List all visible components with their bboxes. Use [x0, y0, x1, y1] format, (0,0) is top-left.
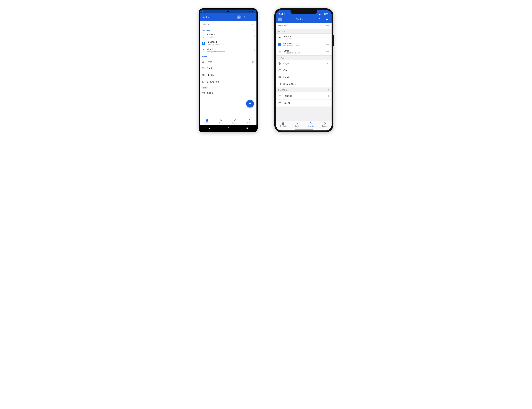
- vault-filter-row[interactable]: Vault: All •••: [276, 23, 332, 29]
- section-count: 4: [253, 56, 255, 58]
- add-item-fab[interactable]: [246, 100, 254, 108]
- home-indicator[interactable]: [295, 129, 313, 130]
- item-subtitle: hello@bitwarden.com: [284, 52, 324, 54]
- item-subtitle: john.smith: [207, 36, 252, 38]
- section-title: Types: [202, 56, 207, 58]
- search-button[interactable]: [242, 15, 248, 20]
- search-button[interactable]: [317, 17, 323, 22]
- globe-icon: [278, 62, 281, 65]
- section-title: Folders: [202, 87, 209, 89]
- svg-point-0: [228, 128, 229, 129]
- section-favorites-header: FAVORITES 3: [276, 29, 332, 34]
- notch: [291, 10, 317, 14]
- folder-name: Personal: [284, 95, 293, 97]
- home-softkey[interactable]: [227, 127, 229, 129]
- send-icon: [295, 122, 298, 125]
- lock-icon: [282, 122, 285, 125]
- vault-item-facebook[interactable]: f Facebook hello@bitwarden.com •••: [276, 41, 332, 48]
- facebook-icon: f: [202, 42, 205, 45]
- item-subtitle: john.smith: [284, 37, 324, 39]
- type-identity[interactable]: Identity 1: [200, 72, 256, 79]
- item-options-button[interactable]: [254, 42, 255, 44]
- item-name: Facebook: [283, 42, 324, 45]
- android-status-bar: 5:20: [200, 9, 256, 13]
- recents-softkey[interactable]: [246, 127, 248, 129]
- item-name: Gmail: [207, 48, 252, 51]
- filter-more-icon[interactable]: •••: [326, 25, 329, 27]
- vault-filter-label: Vault: All: [202, 23, 210, 26]
- nav-my-vault[interactable]: My Vault: [200, 117, 214, 125]
- type-name: Login: [207, 60, 212, 63]
- ios-device-frame: 7:18 5G E JD Vaults Vault: All: [275, 8, 333, 132]
- vault-item-amazon[interactable]: a Amazon john.smith: [200, 32, 256, 39]
- lock-icon: [206, 119, 209, 122]
- ios-screen: 7:18 5G E JD Vaults Vault: All: [276, 10, 332, 130]
- android-nav-bar: [200, 125, 256, 131]
- search-icon: [318, 18, 321, 21]
- nav-label: My Vault: [204, 122, 210, 124]
- svg-rect-4: [320, 14, 320, 15]
- folder-open-icon: [202, 91, 205, 94]
- section-types-header: TYPES 4: [276, 56, 332, 60]
- type-count: 1: [253, 81, 255, 83]
- nav-settings[interactable]: Settings: [242, 117, 256, 125]
- nav-bar: JD Vaults: [276, 16, 332, 23]
- item-name: Amazon: [207, 33, 252, 36]
- vault-item-gmail[interactable]: G Gmail hello@bitwarden.com •••: [276, 48, 332, 56]
- tab-settings[interactable]: Settings: [318, 121, 332, 128]
- item-options-button[interactable]: •••: [326, 43, 329, 46]
- vault-item-amazon[interactable]: a Amazon john.smith •••: [276, 34, 332, 41]
- back-softkey[interactable]: [208, 127, 211, 130]
- nav-generator[interactable]: Generator: [228, 117, 242, 125]
- vault-filter-label: Vault: All: [278, 25, 286, 27]
- gear-icon: [248, 119, 251, 122]
- section-folders-header: Folders 3: [200, 85, 256, 89]
- status-time: 7:18: [279, 13, 283, 15]
- section-folders-header: FOLDERS 3: [276, 88, 332, 92]
- item-options-button[interactable]: [254, 35, 255, 37]
- type-login[interactable]: Login 51: [276, 60, 332, 67]
- vault-filter-row[interactable]: Vault: All •••: [200, 21, 256, 28]
- signal-icon: [251, 11, 253, 12]
- android-screen: 5:20 Vaults JD Vault: All •••: [200, 9, 256, 131]
- type-identity[interactable]: Identity 1: [276, 74, 332, 81]
- tab-my-vault[interactable]: My Vault: [276, 121, 290, 128]
- section-types-header: Types 4: [200, 54, 256, 58]
- account-avatar[interactable]: JD: [278, 18, 282, 21]
- add-button[interactable]: [324, 17, 330, 22]
- nav-send[interactable]: Send: [214, 117, 228, 125]
- overflow-menu-button[interactable]: [249, 15, 255, 20]
- content-scroll[interactable]: Vault: All ••• FAVORITES 3 a Amazon john…: [276, 23, 332, 121]
- type-secure-note[interactable]: Secure Note 1: [276, 81, 332, 88]
- type-count: 2: [328, 69, 329, 72]
- status-time: 5:20: [201, 10, 205, 13]
- item-options-button[interactable]: •••: [326, 50, 329, 53]
- content-scroll[interactable]: Vault: All ••• Favorites 3 a Amazon john…: [200, 21, 256, 117]
- tab-generator[interactable]: Generator: [304, 121, 318, 128]
- type-name: Identity: [207, 74, 214, 76]
- item-options-button[interactable]: [254, 49, 255, 52]
- filter-more-icon[interactable]: •••: [251, 23, 255, 26]
- type-secure-note[interactable]: Secure Note 1: [200, 79, 256, 85]
- section-count: 3: [328, 89, 329, 91]
- type-login[interactable]: Login 50: [200, 58, 256, 65]
- folder-open-icon: [278, 102, 281, 104]
- section-count: 4: [328, 57, 329, 59]
- item-options-button[interactable]: •••: [326, 36, 329, 39]
- type-card[interactable]: Card 2: [276, 67, 332, 74]
- signal-icon: [319, 13, 321, 15]
- folder-social[interactable]: Social 1: [276, 100, 332, 107]
- account-avatar[interactable]: JD: [237, 15, 241, 19]
- item-name: Facebook: [207, 41, 252, 43]
- folder-personal[interactable]: Personal 0: [276, 92, 332, 100]
- section-count: 3: [328, 30, 329, 32]
- svg-rect-2: [319, 14, 319, 15]
- type-name: Secure Note: [207, 81, 219, 83]
- type-count: 1: [253, 74, 255, 76]
- vault-item-gmail[interactable]: G Gmail hello@bitwarden.com: [200, 47, 256, 54]
- tab-send[interactable]: Send: [290, 121, 304, 128]
- folder-count: 1: [253, 92, 255, 94]
- folder-social[interactable]: Social 1: [200, 89, 256, 96]
- type-card[interactable]: Card 2: [200, 65, 256, 72]
- vault-item-facebook[interactable]: f Facebook hello@bitwarden.com: [200, 39, 256, 47]
